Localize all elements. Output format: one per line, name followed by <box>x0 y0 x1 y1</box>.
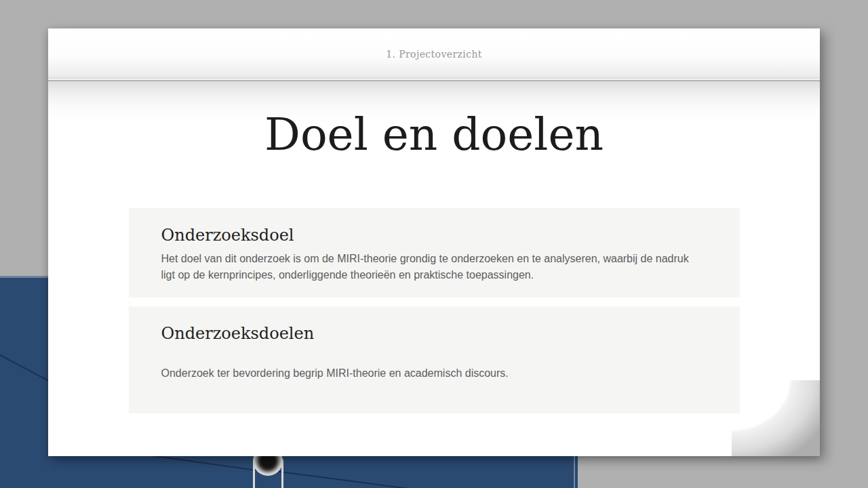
section-heading: Onderzoeksdoel <box>161 224 699 246</box>
slide-header[interactable]: 1. Projectoverzicht <box>48 28 820 79</box>
section-body: Onderzoek ter bevordering begrip MIRI-th… <box>161 365 698 382</box>
page-background: 1. Projectoverzicht Doel en doelen Onder… <box>0 0 868 488</box>
page-curl <box>732 380 820 456</box>
section-card-onderzoeksdoelen[interactable]: Onderzoeksdoelen Onderzoek ter bevorderi… <box>129 306 740 413</box>
page-title[interactable]: Doel en doelen <box>48 81 820 161</box>
sections-container: Onderzoeksdoel Het doel van dit onderzoe… <box>129 208 740 413</box>
section-heading: Onderzoeksdoelen <box>161 323 699 344</box>
slide-card: 1. Projectoverzicht Doel en doelen Onder… <box>48 28 820 456</box>
envelope-flap-line <box>0 354 52 383</box>
section-body: Het doel van dit onderzoek is om de MIRI… <box>161 251 698 283</box>
slide-body: Doel en doelen Onderzoeksdoel Het doel v… <box>48 81 820 456</box>
section-card-onderzoeksdoel[interactable]: Onderzoeksdoel Het doel van dit onderzoe… <box>129 208 740 298</box>
header-breadcrumb: 1. Projectoverzicht <box>386 49 482 60</box>
envelope-flap-line <box>269 470 435 488</box>
